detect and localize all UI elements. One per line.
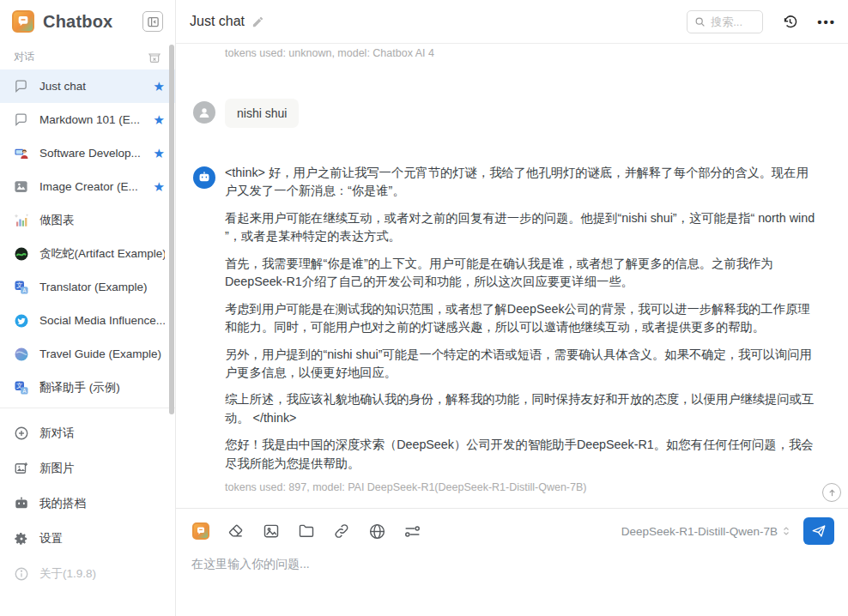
conversation-list: Just chat ★ Markdown 101 (E... ★ Softwar… xyxy=(0,69,175,404)
menu-label: 新对话 xyxy=(39,426,75,441)
chatbox-model-icon[interactable] xyxy=(191,522,210,541)
token-info-top: tokens used: unknown, model: Chatbox AI … xyxy=(176,47,848,59)
edit-title-icon[interactable] xyxy=(251,15,264,28)
eraser-icon[interactable] xyxy=(227,522,245,541)
attach-file-icon[interactable] xyxy=(297,522,316,541)
conversation-label: 做图表 xyxy=(39,213,165,228)
scroll-to-top-button[interactable] xyxy=(822,483,841,502)
software-developer-icon xyxy=(13,145,29,161)
translator-icon: 文A xyxy=(13,279,29,295)
main-panel: Just chat ••• tokens used: unknown, mode… xyxy=(176,0,848,616)
star-icon[interactable]: ★ xyxy=(154,113,165,126)
user-avatar xyxy=(193,101,215,124)
chatbox-app: Chatbox 对话 Just chat ★ xyxy=(0,0,848,616)
about-button[interactable]: 关于(1.9.8) xyxy=(0,556,175,591)
sidebar: Chatbox 对话 Just chat ★ xyxy=(0,0,176,616)
menu-label: 新图片 xyxy=(39,461,75,476)
history-icon[interactable] xyxy=(782,14,798,30)
chat-bubble-icon xyxy=(13,78,29,94)
assistant-paragraph: 首先，我需要理解“你是谁”的上下文。用户可能是在确认我是谁，或者想了解更多的信息… xyxy=(225,255,821,292)
conversation-label: Markdown 101 (E... xyxy=(39,113,148,126)
bar-chart-icon xyxy=(13,212,29,228)
new-chat-button[interactable]: 新对话 xyxy=(0,415,175,450)
conversations-label: 对话 xyxy=(14,50,148,64)
conversation-label: Just chat xyxy=(39,80,148,93)
star-icon[interactable]: ★ xyxy=(154,80,165,93)
image-creator-icon xyxy=(13,178,29,195)
conversation-translator[interactable]: 文A Translator (Example) xyxy=(0,270,175,304)
conversation-label: Image Creator (E... xyxy=(39,180,148,193)
assistant-paragraph: 看起来用户可能在继续互动，或者对之前的回复有进一步的问题。他提到“nishi s… xyxy=(225,209,821,246)
settings-sliders-icon[interactable] xyxy=(403,522,421,541)
model-selector[interactable]: DeepSeek-R1-Distill-Qwen-7B xyxy=(621,525,791,538)
twitter-bird-icon xyxy=(13,312,29,329)
conversation-translate-helper[interactable]: 文A 翻译助手 (示例) xyxy=(0,371,175,404)
conversation-markdown-101[interactable]: Markdown 101 (E... ★ xyxy=(0,103,175,136)
robot-icon xyxy=(13,495,29,511)
attach-link-icon[interactable] xyxy=(332,522,351,541)
unfold-chevron-icon xyxy=(781,525,791,537)
conversation-label: Software Develop... xyxy=(39,147,148,160)
travel-globe-icon xyxy=(13,346,29,362)
sidebar-scrollbar[interactable] xyxy=(169,45,174,414)
sidebar-menu: 新对话 新图片 我的搭档 设置 xyxy=(0,408,175,591)
new-image-button[interactable]: 新图片 xyxy=(0,450,175,486)
conversation-label: 翻译助手 (示例) xyxy=(39,380,165,396)
assistant-message-row: <think> 好，用户之前让我写一个元宵节的灯谜，我给了他孔明灯的谜底，并解释… xyxy=(176,164,848,493)
send-button[interactable] xyxy=(803,517,834,545)
web-browsing-icon[interactable] xyxy=(367,522,386,541)
star-icon[interactable]: ★ xyxy=(154,147,165,160)
search-input[interactable] xyxy=(711,15,755,28)
assistant-paragraph: 考虑到用户可能是在测试我的知识范围，或者想了解DeepSeek公司的背景，我可以… xyxy=(225,300,821,337)
composer-toolbar: DeepSeek-R1-Distill-Qwen-7B xyxy=(191,517,834,545)
settings-button[interactable]: 设置 xyxy=(0,521,175,556)
token-info-bottom: tokens used: 897, model: PAI DeepSeek-R1… xyxy=(225,481,821,493)
sidebar-header: Chatbox xyxy=(0,0,175,41)
conversation-label: Translator (Example) xyxy=(39,281,165,293)
menu-label: 我的搭档 xyxy=(39,496,86,511)
circle-plus-icon xyxy=(13,425,29,441)
conversation-image-creator[interactable]: Image Creator (E... ★ xyxy=(0,170,175,203)
assistant-message-content: <think> 好，用户之前让我写一个元宵节的灯谜，我给了他孔明灯的谜底，并解释… xyxy=(225,164,821,493)
conversation-travel-guide[interactable]: Travel Guide (Example) xyxy=(0,337,175,371)
assistant-paragraph: 另外，用户提到的“nishi shui”可能是一个特定的术语或短语，需要确认具体… xyxy=(225,346,821,383)
assistant-paragraph: 综上所述，我应该礼貌地确认我的身份，解释我的功能，同时保持友好和开放的态度，以便… xyxy=(225,390,821,427)
collapse-sidebar-button[interactable] xyxy=(142,11,163,32)
assistant-paragraph: 您好！我是由中国的深度求索（DeepSeek）公司开发的智能助手DeepSeek… xyxy=(225,436,821,473)
menu-label: 设置 xyxy=(39,531,63,547)
chat-bubble-icon xyxy=(13,112,29,128)
app-title: Chatbox xyxy=(43,12,142,32)
message-input[interactable] xyxy=(191,557,809,595)
conversation-snake-game[interactable]: 贪吃蛇(Artifact Example) xyxy=(0,237,175,270)
conversation-social-media[interactable]: Social Media Influence... xyxy=(0,304,175,337)
conversation-software-developer[interactable]: Software Develop... ★ xyxy=(0,136,175,170)
user-message-content: nishi shui xyxy=(225,99,821,128)
assistant-paragraph: <think> 好，用户之前让我写一个元宵节的灯谜，我给了他孔明灯的谜底，并解释… xyxy=(225,164,821,201)
svg-text:A: A xyxy=(22,387,27,393)
conversation-make-charts[interactable]: 做图表 xyxy=(0,203,175,237)
conversation-label: 贪吃蛇(Artifact Example) xyxy=(39,246,165,262)
my-copilots-button[interactable]: 我的搭档 xyxy=(0,486,175,521)
chatbox-logo-icon xyxy=(12,10,34,33)
composer: DeepSeek-R1-Distill-Qwen-7B xyxy=(176,508,848,616)
user-message-bubble: nishi shui xyxy=(225,99,299,128)
star-icon[interactable]: ★ xyxy=(154,180,165,193)
chat-scroll-area[interactable]: tokens used: unknown, model: Chatbox AI … xyxy=(176,44,848,508)
conversation-title: Just chat xyxy=(190,14,245,29)
search-icon xyxy=(694,16,706,27)
more-menu-icon[interactable]: ••• xyxy=(817,15,836,29)
translator-icon: 文A xyxy=(13,379,29,396)
image-plus-icon xyxy=(13,460,29,476)
search-box[interactable] xyxy=(687,10,763,33)
main-header: Just chat ••• xyxy=(176,0,848,44)
conversation-label: Social Media Influence... xyxy=(39,314,165,327)
attach-image-icon[interactable] xyxy=(262,522,281,541)
svg-text:A: A xyxy=(22,287,27,293)
menu-label: 关于(1.9.8) xyxy=(39,566,96,582)
conversation-label: Travel Guide (Example) xyxy=(39,347,165,360)
gear-icon xyxy=(13,530,29,547)
clear-conversations-icon[interactable] xyxy=(148,51,161,64)
model-name: DeepSeek-R1-Distill-Qwen-7B xyxy=(621,525,778,538)
conversation-just-chat[interactable]: Just chat ★ xyxy=(0,69,175,103)
snake-game-icon xyxy=(13,245,29,262)
